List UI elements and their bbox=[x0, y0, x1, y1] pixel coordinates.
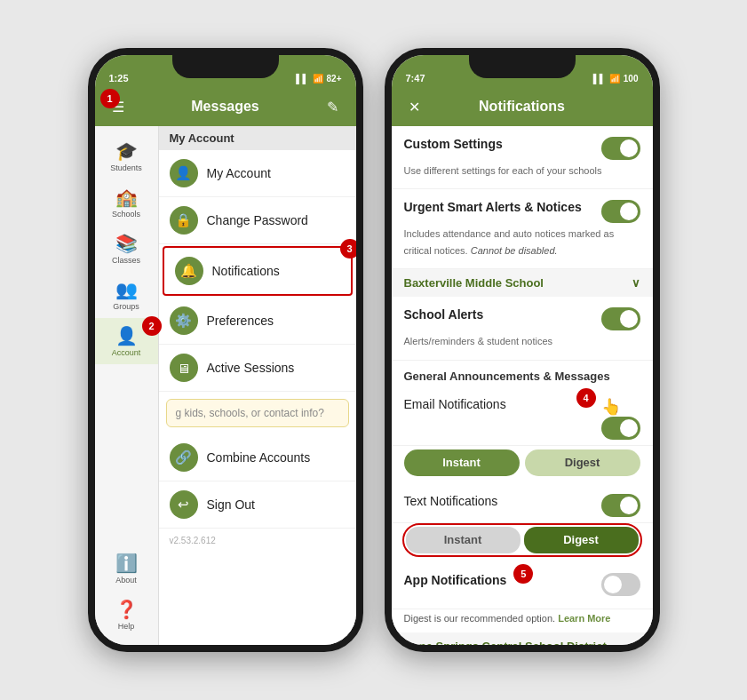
notch-right bbox=[469, 55, 576, 78]
app-toggle[interactable] bbox=[601, 573, 640, 596]
digest-note: Digest is our recommended option. Learn … bbox=[392, 609, 653, 632]
menu-icon[interactable]: ☰ 1 bbox=[106, 94, 131, 119]
sidebar-item-help[interactable]: ❓ Help bbox=[112, 592, 141, 638]
custom-settings-row: Custom Settings Use different settings f… bbox=[392, 126, 653, 189]
sidebar-label-classes: Classes bbox=[112, 256, 140, 265]
school-alerts-desc: Alerts/reminders & student notices bbox=[404, 336, 553, 346]
schools-icon: 🏫 bbox=[115, 187, 138, 208]
classes-icon: 📚 bbox=[115, 233, 138, 254]
email-instant-button[interactable]: Instant bbox=[404, 449, 520, 476]
active-sessions-icon: 🖥 bbox=[170, 354, 198, 382]
close-icon[interactable]: ✕ bbox=[402, 94, 427, 119]
sidebar-item-students[interactable]: 🎓 Students bbox=[95, 133, 158, 179]
baxterville-section[interactable]: Baxterville Middle School ∨ bbox=[392, 269, 653, 297]
time-left: 1:25 bbox=[109, 73, 129, 84]
yellow-banner: g kids, schools, or contact info? bbox=[166, 399, 349, 427]
text-notifications-row: Text Notifications bbox=[392, 483, 653, 523]
my-account-icon: 👤 bbox=[170, 159, 198, 187]
change-password-label: Change Password bbox=[207, 213, 308, 227]
wifi-left: 📶 bbox=[313, 74, 323, 84]
preferences-label: Preferences bbox=[207, 314, 274, 328]
menu-item-my-account[interactable]: 👤 My Account bbox=[159, 150, 356, 197]
preferences-icon: ⚙️ bbox=[170, 306, 198, 335]
battery-left: 82+ bbox=[327, 74, 342, 84]
custom-settings-toggle[interactable] bbox=[601, 137, 640, 160]
account-icon: 👤 bbox=[115, 325, 138, 346]
menu-item-combine-accounts[interactable]: 🔗 Combine Accounts bbox=[159, 434, 356, 481]
main-menu: My Account 👤 My Account 🔒 Change Passwor… bbox=[159, 126, 356, 645]
sidebar-item-groups[interactable]: 👥 Groups bbox=[95, 272, 158, 318]
notifications-label: Notifications bbox=[212, 264, 280, 278]
app-notifications-row: App Notifications 5 bbox=[392, 562, 653, 609]
menu-item-change-password[interactable]: 🔒 Change Password bbox=[159, 197, 356, 244]
hope-springs-section[interactable]: Hope Springs Central School District ∧ bbox=[392, 632, 653, 645]
about-icon: ℹ️ bbox=[115, 553, 138, 574]
cursor-hand-icon: 👆 bbox=[601, 398, 621, 416]
combine-accounts-icon: 🔗 bbox=[170, 443, 198, 472]
badge-4: 4 bbox=[576, 388, 596, 408]
sidebar: 🎓 Students 🏫 Schools 📚 Classes 👥 Groups … bbox=[95, 126, 159, 645]
edit-icon[interactable]: ✎ bbox=[321, 94, 346, 119]
students-icon: 🎓 bbox=[115, 140, 138, 162]
badge-2: 2 bbox=[142, 316, 162, 336]
battery-right: 100 bbox=[624, 74, 639, 84]
sidebar-item-classes[interactable]: 📚 Classes bbox=[95, 226, 158, 272]
left-phone: 1:25 ▌▌ 📶 82+ ☰ 1 Messages ✎ 🎓 Students … bbox=[88, 48, 363, 652]
text-instant-button[interactable]: Instant bbox=[406, 527, 521, 553]
sidebar-label-groups: Groups bbox=[113, 302, 139, 311]
help-icon: ❓ bbox=[115, 599, 138, 620]
sign-out-label: Sign Out bbox=[207, 497, 255, 512]
baxterville-chevron: ∨ bbox=[632, 276, 640, 290]
top-bar-right: ✕ Notifications bbox=[392, 87, 653, 126]
text-digest-button[interactable]: Digest bbox=[524, 527, 639, 553]
badge-5: 5 bbox=[513, 564, 533, 584]
menu-item-active-sessions[interactable]: 🖥 Active Sessions bbox=[159, 345, 356, 392]
my-account-label: My Account bbox=[207, 166, 271, 180]
school-alerts-row: School Alerts Alerts/reminders & student… bbox=[392, 297, 653, 360]
email-digest-button[interactable]: Digest bbox=[525, 449, 640, 476]
urgent-alerts-desc: Includes attendance and auto notices mar… bbox=[404, 228, 615, 255]
text-toggle[interactable] bbox=[601, 494, 640, 517]
hope-springs-name: Hope Springs Central School District bbox=[404, 640, 607, 645]
section-header-my-account: My Account bbox=[159, 126, 356, 150]
learn-more-link[interactable]: Learn More bbox=[558, 613, 610, 624]
custom-settings-desc: Use different settings for each of your … bbox=[404, 165, 602, 176]
sidebar-label-students: Students bbox=[110, 163, 142, 172]
notch bbox=[172, 55, 279, 78]
menu-item-preferences[interactable]: ⚙️ Preferences bbox=[159, 298, 356, 345]
sidebar-item-account[interactable]: 👤 Account 2 bbox=[95, 318, 158, 364]
badge-3: 3 bbox=[340, 239, 356, 259]
version-text: v2.53.2.612 bbox=[159, 529, 356, 553]
school-alerts-title: School Alerts bbox=[404, 307, 484, 322]
sidebar-label-help: Help bbox=[118, 622, 135, 631]
sign-out-icon: ↩ bbox=[170, 490, 198, 519]
menu-item-sign-out[interactable]: ↩ Sign Out bbox=[159, 481, 356, 529]
combine-accounts-label: Combine Accounts bbox=[207, 450, 311, 465]
sidebar-item-schools[interactable]: 🏫 Schools bbox=[95, 179, 158, 226]
school-alerts-toggle[interactable] bbox=[601, 307, 640, 330]
right-phone: 7:47 ▌▌ 📶 100 ✕ Notifications Custom Set… bbox=[385, 48, 660, 652]
email-notifications-title: Email Notifications bbox=[404, 397, 506, 411]
groups-icon: 👥 bbox=[115, 279, 138, 300]
baxterville-name: Baxterville Middle School bbox=[404, 276, 544, 290]
phone-content-left: 🎓 Students 🏫 Schools 📚 Classes 👥 Groups … bbox=[95, 126, 356, 645]
menu-item-notifications[interactable]: 🔔 Notifications bbox=[163, 246, 353, 296]
notifications-icon: 🔔 bbox=[175, 257, 203, 285]
custom-settings-title: Custom Settings bbox=[404, 137, 503, 151]
sidebar-label-about: About bbox=[115, 576, 137, 585]
hope-springs-chevron: ∧ bbox=[632, 640, 640, 645]
sidebar-label-schools: Schools bbox=[112, 210, 140, 219]
urgent-alerts-toggle[interactable] bbox=[601, 200, 640, 223]
top-bar-left: ☰ 1 Messages ✎ bbox=[95, 87, 356, 126]
email-toggle[interactable] bbox=[601, 417, 640, 440]
text-notifications-title: Text Notifications bbox=[404, 494, 498, 508]
email-btn-row: Instant Digest bbox=[392, 446, 653, 483]
change-password-icon: 🔒 bbox=[170, 206, 198, 235]
active-sessions-label: Active Sessions bbox=[207, 361, 295, 375]
notifications-content: Custom Settings Use different settings f… bbox=[392, 126, 653, 645]
app-notifications-title: App Notifications 5 bbox=[404, 573, 507, 587]
urgent-alerts-row: Urgent Smart Alerts & Notices Includes a… bbox=[392, 189, 653, 269]
sidebar-item-about[interactable]: ℹ️ About bbox=[112, 545, 141, 592]
signal-right: ▌▌ bbox=[593, 74, 606, 84]
text-btn-row-highlighted: Instant Digest bbox=[402, 523, 642, 557]
